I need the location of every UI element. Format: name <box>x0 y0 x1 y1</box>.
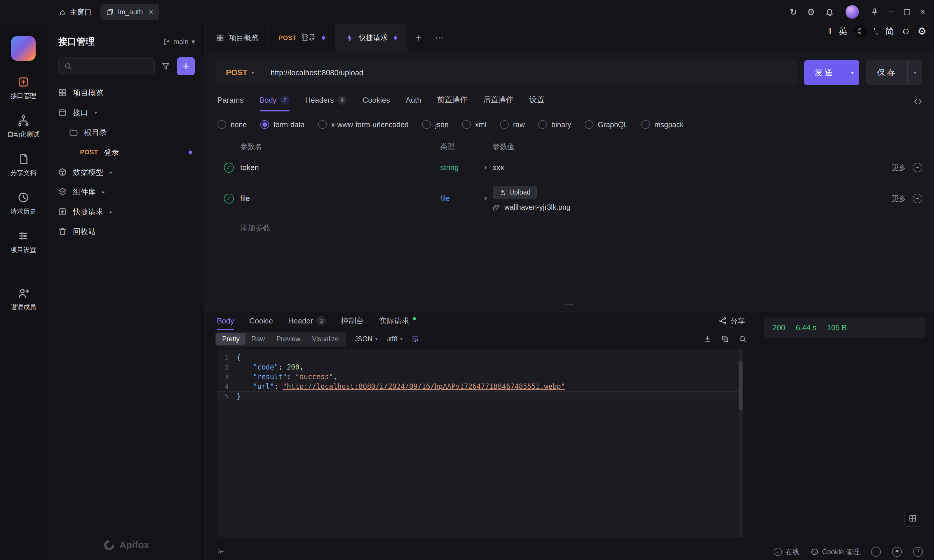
sidebar-item-data-models[interactable]: 数据模型 ▸ <box>51 162 201 182</box>
mode-pretty[interactable]: Pretty <box>216 333 245 345</box>
team-logo[interactable] <box>11 36 35 61</box>
more-button[interactable]: 更多 <box>892 194 906 203</box>
search-icon[interactable] <box>738 335 747 343</box>
tab-pre-operations[interactable]: 前置操作 <box>437 94 468 111</box>
tab-headers[interactable]: Headers 9 <box>305 95 347 111</box>
moon-icon[interactable]: ☾ <box>854 25 866 37</box>
sidebar-item-trash[interactable]: 回收站 <box>51 222 201 242</box>
sidebar-item-login-endpoint[interactable]: POST 登录 <box>51 142 201 162</box>
url-input[interactable]: http://localhost:8080/upload <box>262 68 371 77</box>
sidebar-item-quick-request[interactable]: 快捷请求 ▸ <box>51 202 201 222</box>
close-window-button[interactable]: × <box>920 7 925 17</box>
radio-msgpack[interactable]: msgpack <box>641 120 684 129</box>
scrollbar-thumb[interactable] <box>739 360 743 410</box>
feedback-icon[interactable]: ⚑ <box>892 547 902 557</box>
emoji-icon[interactable]: ☺ <box>901 26 911 37</box>
ime-lang-indicator[interactable]: 英 <box>838 25 847 37</box>
mode-preview[interactable]: Preview <box>271 333 306 345</box>
radio-binary[interactable]: binary <box>538 120 571 129</box>
encoding-select[interactable]: utf8 ▾ <box>386 335 402 343</box>
tab-body[interactable]: Body 2 <box>259 95 290 111</box>
share-button[interactable]: 分享 <box>718 316 745 326</box>
upload-button[interactable]: Upload <box>493 186 537 199</box>
rail-item-project-settings[interactable]: 项目设置 <box>11 230 36 254</box>
main-window-button[interactable]: ⌂ 主窗口 <box>60 7 92 17</box>
mode-visualize[interactable]: Visualize <box>306 333 345 345</box>
tab-response-cookie[interactable]: Cookie <box>249 311 273 330</box>
send-options-button[interactable]: ▾ <box>845 60 860 85</box>
enabled-check-icon[interactable]: ✓ <box>224 194 234 203</box>
sidebar-item-project-overview[interactable]: 项目概览 <box>51 83 201 103</box>
radio-raw[interactable]: raw <box>500 120 525 129</box>
radio-json[interactable]: json <box>422 120 449 129</box>
cookie-manager-button[interactable]: Cookie 管理 <box>811 547 860 557</box>
radio-none[interactable]: none <box>217 120 247 129</box>
format-select[interactable]: JSON ▾ <box>354 335 378 343</box>
mode-raw[interactable]: Raw <box>245 333 271 345</box>
rail-item-api-management[interactable]: 接口管理 <box>11 76 36 100</box>
attached-file[interactable]: wallhaven-yjr3lk.png <box>493 203 870 211</box>
upgrade-icon[interactable]: ↑ <box>871 547 881 557</box>
new-tab-button[interactable]: + <box>407 24 430 52</box>
sidebar-item-components[interactable]: 组件库 ▸ <box>51 182 201 202</box>
download-icon[interactable] <box>703 335 712 343</box>
save-button[interactable]: 保存 <box>866 60 908 85</box>
tab-response-body[interactable]: Body <box>217 311 234 330</box>
param-type-select[interactable]: file ▾ <box>440 194 493 203</box>
remove-row-icon[interactable]: − <box>913 163 922 172</box>
tab-post-operations[interactable]: 后置操作 <box>483 94 514 111</box>
rail-item-automated-testing[interactable]: 自动化测试 <box>7 114 39 139</box>
avatar[interactable] <box>846 5 859 18</box>
search-input[interactable] <box>59 57 155 75</box>
param-name[interactable]: file <box>240 194 440 203</box>
ime-handle-icon[interactable]: ‖ <box>828 26 832 36</box>
remove-row-icon[interactable]: − <box>913 194 922 203</box>
sidebar-item-apis[interactable]: 接口 ▾ <box>51 103 201 123</box>
help-icon[interactable]: ? <box>913 547 923 557</box>
tab-overflow-button[interactable]: ••• <box>430 24 450 52</box>
online-status[interactable]: ✓ 在线 <box>774 547 800 557</box>
rail-item-invite-members[interactable]: 邀请成员 <box>11 287 36 311</box>
bell-icon[interactable] <box>825 8 834 16</box>
tab-login-endpoint[interactable]: POST 登录 <box>268 24 335 52</box>
tab-auth[interactable]: Auth <box>406 96 421 111</box>
branch-selector[interactable]: main ▾ <box>163 38 195 46</box>
tab-params[interactable]: Params <box>217 96 244 111</box>
tab-console[interactable]: 控制台 <box>341 311 364 330</box>
radio-x-www-form-urlencoded[interactable]: x-www-form-urlencoded <box>318 120 408 129</box>
code-view-button[interactable] <box>914 97 922 111</box>
radio-graphql[interactable]: GraphQL <box>585 120 628 129</box>
filter-button[interactable] <box>161 62 171 71</box>
rail-item-request-history[interactable]: 请求历史 <box>11 191 36 216</box>
param-name[interactable]: token <box>240 163 440 172</box>
collapse-sidebar-icon[interactable] <box>217 548 225 556</box>
tab-actual-request[interactable]: 实际请求 <box>379 311 416 330</box>
pin-icon[interactable] <box>871 8 879 16</box>
add-param-row[interactable]: 添加参数 <box>217 217 922 239</box>
param-type-select[interactable]: string ▾ <box>440 163 493 172</box>
tab-settings[interactable]: 设置 <box>529 94 545 111</box>
tab-response-header[interactable]: Header 3 <box>288 311 326 330</box>
ime-settings-icon[interactable]: ⚙ <box>918 25 926 37</box>
word-wrap-button[interactable] <box>411 335 419 343</box>
tab-cookies[interactable]: Cookies <box>362 96 390 111</box>
tab-quick-request[interactable]: 快捷请求 <box>335 24 407 52</box>
copy-icon[interactable] <box>721 335 729 343</box>
send-button[interactable]: 发送 <box>804 60 845 85</box>
panel-splitter[interactable]: ••• <box>217 298 922 311</box>
scrollbar[interactable] <box>738 349 743 537</box>
ime-punct-indicator[interactable]: ’, <box>874 26 878 37</box>
save-options-button[interactable]: ▾ <box>908 60 922 85</box>
more-button[interactable]: 更多 <box>892 163 906 172</box>
method-select[interactable]: POST ▾ <box>218 68 262 77</box>
radio-form-data[interactable]: form-data <box>260 120 305 129</box>
layout-toggle-button[interactable] <box>904 510 921 527</box>
close-tab-icon[interactable]: × <box>149 8 154 17</box>
response-body-editor[interactable]: 1 { 2 "code": 200, 3 "result": "success"… <box>217 349 743 537</box>
add-button[interactable]: + <box>177 57 195 75</box>
param-value[interactable]: xxx <box>493 163 870 172</box>
refresh-icon[interactable]: ↻ <box>789 7 797 17</box>
enabled-check-icon[interactable]: ✓ <box>224 163 234 173</box>
tab-project-overview[interactable]: 项目概览 <box>206 24 268 52</box>
ime-charset-indicator[interactable]: 简 <box>885 25 894 37</box>
